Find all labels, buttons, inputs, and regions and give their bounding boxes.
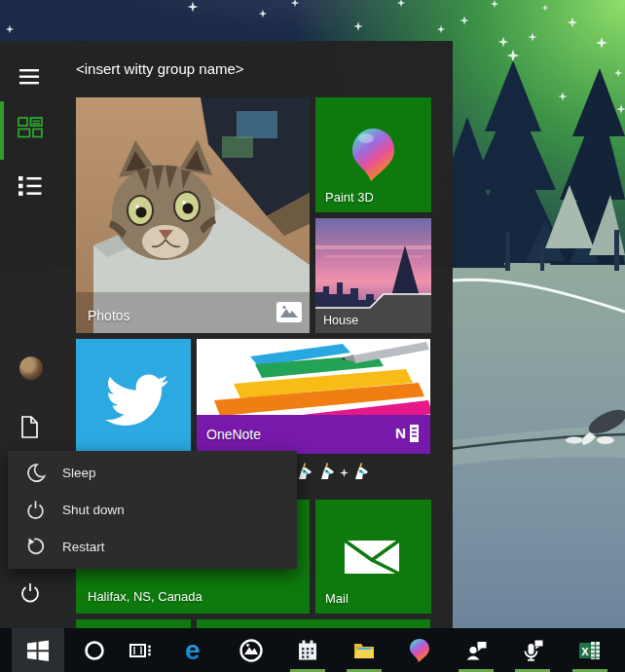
windows-logo-icon xyxy=(26,639,50,662)
tile-house[interactable]: House xyxy=(315,218,431,333)
sparkle-emoji-icon xyxy=(340,468,349,477)
svg-text:X: X xyxy=(581,645,589,656)
tile-mail[interactable]: Mail xyxy=(315,500,431,614)
taskbar-voice-recorder-button[interactable] xyxy=(513,628,552,672)
document-icon xyxy=(20,416,40,439)
hamburger-icon xyxy=(19,68,41,86)
taskbar-task-view-button[interactable] xyxy=(122,628,161,672)
restart-icon xyxy=(25,537,46,557)
taskbar-people-button[interactable] xyxy=(457,628,496,672)
rail-all-apps-button[interactable] xyxy=(16,171,45,201)
taskbar-calendar-button[interactable] xyxy=(288,628,327,672)
power-icon xyxy=(19,581,41,605)
tile-partially-hidden[interactable] xyxy=(76,619,191,628)
rail-pinned-tiles-button[interactable] xyxy=(16,113,45,142)
menu-item-label: Shut down xyxy=(62,503,125,517)
calendar-icon xyxy=(296,639,319,662)
tile-partially-hidden[interactable] xyxy=(197,619,430,628)
power-flyout-menu: Sleep Shut down Restart xyxy=(8,451,297,569)
tile-label: Halifax, NS, Canada xyxy=(88,589,202,604)
power-menu-restart[interactable]: Restart xyxy=(8,529,297,566)
taskbar-photos-button[interactable] xyxy=(232,628,271,672)
voice-recorder-mic-icon xyxy=(521,639,544,662)
tile-label: House xyxy=(323,314,358,327)
group-title: <insert witty group name> xyxy=(76,60,244,77)
tile-twitter[interactable] xyxy=(76,339,191,454)
unicorn-emoji-icon xyxy=(295,463,314,482)
taskbar-start-button[interactable] xyxy=(12,628,64,672)
taskbar-paint-3d-button[interactable] xyxy=(400,628,439,672)
all-apps-list-icon xyxy=(18,175,42,197)
unicorn-emoji-icon xyxy=(317,463,337,482)
photos-badge-icon xyxy=(276,302,302,322)
menu-item-label: Sleep xyxy=(62,466,96,480)
tile-label: Paint 3D xyxy=(325,190,374,205)
photos-app-icon xyxy=(239,638,264,663)
paint-3d-taskbar-icon xyxy=(409,638,430,663)
taskbar-edge-button[interactable]: e xyxy=(177,628,216,672)
pinned-tiles-icon xyxy=(18,116,43,139)
power-menu-shut-down[interactable]: Shut down xyxy=(8,492,297,529)
file-explorer-folder-icon xyxy=(352,639,376,662)
taskbar: e xyxy=(0,628,625,672)
svg-text:e: e xyxy=(185,636,201,665)
tile-label: Photos xyxy=(88,308,130,323)
people-icon xyxy=(464,639,488,662)
onenote-badge-icon: N xyxy=(395,423,421,444)
taskbar-file-explorer-button[interactable] xyxy=(345,628,384,672)
onenote-label-band: OneNote N xyxy=(197,415,430,454)
task-view-icon xyxy=(129,639,154,662)
taskbar-cortana-button[interactable] xyxy=(75,628,114,672)
unicorn-emoji-icon xyxy=(351,463,371,482)
tile-onenote[interactable]: OneNote N xyxy=(197,339,430,454)
menu-item-label: Restart xyxy=(62,540,105,554)
taskbar-excel-button[interactable]: X xyxy=(570,628,609,672)
rail-selected-indicator xyxy=(0,101,4,160)
menu-hamburger-button[interactable] xyxy=(16,62,45,92)
sleep-moon-icon xyxy=(25,463,46,483)
svg-text:N: N xyxy=(395,425,406,441)
power-menu-sleep[interactable]: Sleep xyxy=(8,455,297,492)
edge-icon: e xyxy=(183,636,210,665)
tile-paint-3d[interactable]: Paint 3D xyxy=(315,97,431,212)
shut-down-power-icon xyxy=(25,500,46,520)
tile-photos[interactable]: Photos xyxy=(76,97,310,333)
excel-icon: X xyxy=(578,639,602,662)
cat-photo xyxy=(76,97,310,333)
group-title-unicorns xyxy=(295,462,371,483)
screen: <insert witty group name> xyxy=(0,0,625,672)
tile-label: Mail xyxy=(325,591,349,606)
user-avatar[interactable] xyxy=(19,356,43,380)
rail-documents-button[interactable] xyxy=(16,413,45,442)
twitter-bird-icon xyxy=(76,339,191,454)
cortana-circle-icon xyxy=(83,639,106,662)
rail-power-button[interactable] xyxy=(16,579,45,608)
